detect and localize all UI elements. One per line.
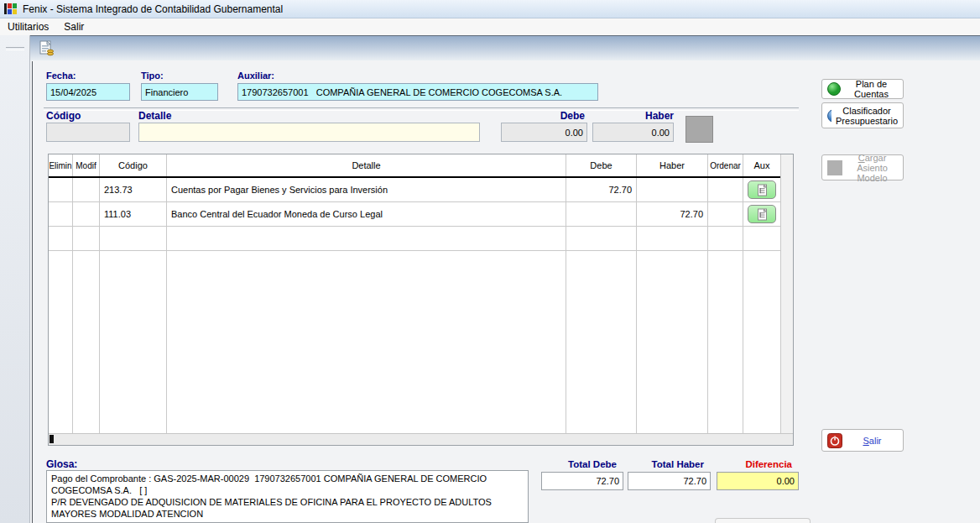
grid-cell bbox=[637, 178, 708, 201]
grid-cell bbox=[708, 178, 743, 201]
grid-cell bbox=[566, 227, 637, 250]
splitter-grip[interactable] bbox=[6, 47, 24, 50]
grid-body: 213.73Cuentas por Pagar Bienes y Servici… bbox=[49, 178, 793, 445]
grid-cell bbox=[637, 227, 708, 250]
grid-cell: 72.70 bbox=[566, 178, 637, 201]
total-debe-value: 72.70 bbox=[541, 472, 623, 490]
diferencia-label: Diferencia bbox=[717, 459, 799, 469]
grid-cell bbox=[743, 178, 781, 201]
grid-cell bbox=[566, 202, 637, 226]
grid-cell bbox=[708, 227, 743, 250]
detalle-input[interactable] bbox=[138, 123, 480, 142]
col-header-ordenar: Ordenar bbox=[708, 154, 743, 176]
grid-vertical-scrollbar[interactable] bbox=[780, 154, 793, 434]
total-haber-label: Total Haber bbox=[628, 459, 711, 469]
document-icon bbox=[757, 208, 768, 221]
document-icon bbox=[757, 184, 768, 196]
grid-cell bbox=[167, 227, 566, 250]
grid-cell bbox=[49, 251, 73, 445]
grid-cell: Cuentas por Pagar Bienes y Servicios par… bbox=[167, 178, 566, 201]
plan-de-cuentas-button[interactable]: Plan de Cuentas bbox=[821, 79, 904, 99]
plan-de-cuentas-label: Plan de Cuentas bbox=[845, 79, 898, 99]
grid-cell bbox=[73, 202, 100, 226]
glosa-label: Glosa: bbox=[46, 458, 77, 470]
grid-cell bbox=[73, 178, 100, 201]
grid-cell bbox=[73, 227, 100, 250]
green-sphere-icon bbox=[827, 82, 841, 96]
menu-salir[interactable]: Salir bbox=[56, 19, 91, 34]
col-header-modif: Modif bbox=[73, 154, 100, 176]
haber-label: Haber bbox=[592, 110, 674, 122]
auxiliar-label: Auxiliar: bbox=[237, 71, 274, 81]
col-header-detalle: Detalle bbox=[167, 154, 566, 176]
grid-row[interactable] bbox=[49, 251, 793, 445]
grid-cell: 213.73 bbox=[100, 178, 167, 201]
haber-input[interactable]: 0.00 bbox=[592, 123, 674, 142]
tipo-field[interactable]: Financiero bbox=[141, 83, 218, 101]
grid-cell bbox=[743, 202, 781, 226]
debe-input[interactable]: 0.00 bbox=[501, 123, 587, 142]
fenix-app-icon bbox=[4, 3, 18, 15]
cargar-asiento-modelo-button[interactable]: Cargar Asiento Modelo bbox=[821, 154, 904, 180]
aux-button[interactable] bbox=[748, 205, 776, 223]
grid-cell bbox=[743, 227, 781, 250]
grid-cell bbox=[167, 251, 566, 445]
total-haber-value: 72.70 bbox=[628, 472, 711, 490]
total-debe-label: Total Debe bbox=[541, 459, 623, 469]
debe-label: Debe bbox=[501, 110, 585, 122]
codigo-input[interactable] bbox=[46, 123, 130, 142]
grid-row[interactable]: 213.73Cuentas por Pagar Bienes y Servici… bbox=[49, 178, 793, 202]
grid-cell bbox=[708, 251, 743, 445]
grid-header-row: Elimin Modif Código Detalle Debe Haber O… bbox=[49, 154, 793, 178]
grid-cell bbox=[49, 178, 73, 201]
toolbar bbox=[30, 35, 980, 60]
blue-sphere-icon bbox=[827, 109, 831, 123]
grid-cell bbox=[708, 202, 743, 226]
application-window: Fenix - Sistema Integrado de Contabilida… bbox=[0, 0, 980, 523]
add-line-button[interactable] bbox=[685, 116, 713, 143]
salir-button[interactable]: Salir bbox=[821, 429, 904, 452]
codigo-label: Código bbox=[46, 110, 81, 122]
grid-cell: 72.70 bbox=[637, 202, 708, 226]
menu-bar: Utilitarios Salir bbox=[0, 18, 980, 35]
power-icon bbox=[827, 433, 842, 448]
scrollbar-thumb[interactable] bbox=[50, 435, 54, 443]
detalle-label: Detalle bbox=[138, 110, 171, 122]
grid-cell bbox=[49, 202, 73, 226]
grid-cell bbox=[73, 251, 100, 445]
grid-cell bbox=[49, 227, 73, 250]
grid-horizontal-scrollbar[interactable] bbox=[49, 433, 793, 445]
frame-border-line bbox=[32, 61, 33, 523]
aux-button[interactable] bbox=[748, 180, 776, 199]
grid-cell bbox=[743, 251, 781, 445]
fecha-label: Fecha: bbox=[46, 71, 76, 81]
col-header-codigo: Código bbox=[100, 154, 167, 176]
partial-button-bottom[interactable] bbox=[715, 518, 811, 523]
col-header-debe: Debe bbox=[566, 154, 637, 176]
diferencia-value: 0.00 bbox=[717, 472, 799, 490]
auxiliar-field[interactable]: 1790732657001 COMPAÑIA GENERAL DE COMERC… bbox=[237, 83, 598, 101]
fecha-field[interactable]: 15/04/2025 bbox=[46, 83, 130, 101]
gray-square-icon bbox=[827, 160, 842, 175]
copy-voucher-icon bbox=[39, 40, 55, 57]
left-panel-splitter[interactable] bbox=[0, 35, 30, 523]
grid-cell bbox=[100, 251, 167, 445]
col-header-elimin: Elimin bbox=[49, 154, 73, 176]
clasificador-presupuestario-label: Clasificador Presupuestario bbox=[836, 106, 898, 126]
cargar-asiento-modelo-label: Cargar Asiento Modelo bbox=[847, 153, 898, 183]
grid-row[interactable]: 111.03Banco Central del Ecuador Moneda d… bbox=[49, 202, 793, 227]
col-header-aux: Aux bbox=[743, 154, 781, 176]
grid-cell bbox=[100, 227, 167, 250]
menu-utilitarios[interactable]: Utilitarios bbox=[0, 19, 56, 34]
tipo-label: Tipo: bbox=[141, 71, 164, 81]
glosa-textarea[interactable]: Pago del Comprobante : GAS-2025-MAR-0002… bbox=[46, 470, 529, 523]
grid-cell: 111.03 bbox=[100, 202, 167, 226]
grid-row[interactable] bbox=[49, 227, 793, 251]
col-header-haber: Haber bbox=[637, 154, 708, 176]
clasificador-presupuestario-button[interactable]: Clasificador Presupuestario bbox=[821, 102, 904, 128]
grid-cell bbox=[566, 251, 637, 445]
grid-cell: Banco Central del Ecuador Moneda de Curs… bbox=[167, 202, 566, 226]
grid-cell bbox=[637, 251, 708, 445]
window-title: Fenix - Sistema Integrado de Contabilida… bbox=[23, 3, 283, 15]
copy-voucher-button[interactable] bbox=[37, 39, 57, 59]
